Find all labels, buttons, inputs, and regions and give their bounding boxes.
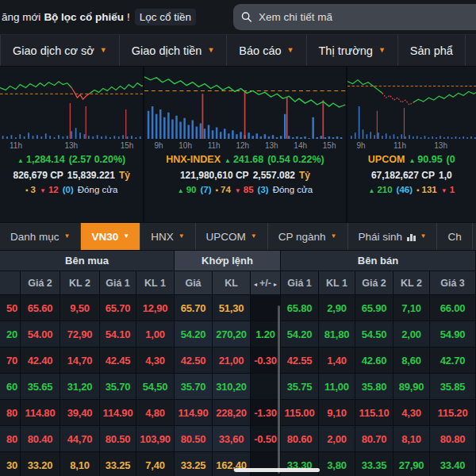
tab-phai-sinh[interactable]: Phái sinh ▼ (348, 223, 438, 250)
cell-kl2-sell[interactable]: 8,10 (393, 426, 430, 452)
cell-kl1-sell[interactable]: 9,10 (319, 400, 355, 426)
cell-gia2-sell[interactable]: 65.90 (355, 295, 393, 321)
cell-gia-khop[interactable]: 42.50 (175, 347, 213, 374)
cell-kl2-sell[interactable]: 4,30 (393, 400, 430, 426)
table-row[interactable]: 3033.208,1033.257,4033.25162,4033.303,80… (0, 452, 476, 476)
cell-gia3-sell[interactable]: 54.90 (430, 321, 476, 347)
cell-kl2-buy[interactable]: 44,70 (60, 426, 100, 452)
cell-kl2-sell[interactable]: 7,10 (393, 295, 430, 321)
table-row[interactable]: 7042.4014,7042.454,3042.5021,00-0.3042.5… (0, 347, 476, 374)
cell-gia1-buy[interactable]: 80.50 (100, 426, 136, 452)
cell-kl-khop[interactable]: 270,20 (213, 321, 251, 347)
cell-kl2-buy[interactable]: 8,10 (60, 452, 100, 476)
cell-kl1-sell[interactable]: 1,40 (319, 347, 355, 374)
cell-gia2-sell[interactable]: 115.10 (355, 400, 393, 426)
cell-gia1-buy[interactable]: 54.10 (100, 321, 136, 347)
cell-kl2-sell[interactable]: 89,90 (393, 374, 430, 400)
cell-gia1-buy[interactable]: 35.70 (100, 374, 136, 400)
tab-vn30[interactable]: VN30▼ (81, 223, 140, 250)
tab-danh-muc[interactable]: Danh mục▼ (0, 223, 81, 250)
cell-change[interactable] (251, 452, 281, 476)
cell-gia2-buy[interactable]: 114.80 (21, 400, 60, 426)
nav-item-thi-truong[interactable]: Thị trường▼ (307, 35, 398, 66)
cell-kl1-buy[interactable]: 1,00 (136, 321, 175, 347)
cell-change[interactable]: 1.20 (251, 321, 281, 347)
cell-kl1-buy[interactable]: 4,30 (136, 347, 175, 374)
nav-item-bao-cao[interactable]: Báo cáo▼ (227, 35, 306, 66)
col-header-change[interactable]: ◂+/-▸ (251, 271, 281, 295)
cell-kl-khop[interactable]: 228,20 (213, 400, 251, 426)
cell-gia-khop[interactable]: 54.20 (175, 321, 213, 347)
cell-kl-khop[interactable]: 33,60 (213, 426, 251, 452)
scroll-left-icon[interactable]: ◂ (254, 281, 257, 288)
cell-kl2-sell[interactable]: 8,60 (393, 347, 430, 374)
cell-kl2-sell[interactable]: 27,90 (393, 452, 430, 476)
cell-gia2-sell[interactable]: 54.50 (355, 321, 393, 347)
table-row[interactable]: 2054.0072,9054.101,0054.20270,201.2054.2… (0, 321, 476, 347)
cell-gia-khop[interactable]: 65.70 (175, 295, 213, 321)
cell-kl2-sell[interactable]: 2,00 (393, 321, 430, 347)
cell-gia3-sell[interactable]: 80.80 (430, 426, 476, 452)
search-input[interactable] (259, 11, 476, 23)
cell-kl-khop[interactable]: 310,20 (213, 374, 251, 400)
cell-change[interactable]: -1.30 (251, 400, 281, 426)
cell-gia1-buy[interactable]: 114.90 (100, 400, 136, 426)
cell-kl2-buy[interactable]: 31,20 (60, 374, 100, 400)
cell-kl2-buy[interactable]: 14,70 (60, 347, 100, 374)
cell-kl1-buy[interactable]: 4,80 (136, 400, 175, 426)
cell-kl1-buy[interactable]: 12,90 (136, 295, 175, 321)
cell-kl1-buy[interactable]: 54,50 (136, 374, 175, 400)
cell-gia-khop[interactable]: 35.70 (175, 374, 213, 400)
scroll-right-icon[interactable]: ▸ (274, 281, 277, 288)
cell-kl1-buy[interactable]: 103,90 (136, 426, 175, 452)
index-panel-upcom[interactable]: 9h 11h 13h UPCOM ▲90.95 (0 67,182,627 CP… (347, 67, 476, 222)
cell-gia-khop[interactable]: 114.90 (175, 400, 213, 426)
cell-gia-khop[interactable]: 80.50 (175, 426, 213, 452)
cell-kl1-sell[interactable]: 11,00 (319, 374, 355, 400)
search-box[interactable] (233, 4, 476, 30)
index-panel-hnx[interactable]: 9h 10h 11h 12h 13h 14h 15h HNX-INDEX ▲24… (144, 67, 345, 222)
tab-chung-quyen-cut[interactable]: Ch (437, 223, 472, 250)
nav-item-giao-dich-tien[interactable]: Giao dịch tiền▼ (120, 35, 228, 66)
cell-kl-khop[interactable]: 21,00 (213, 347, 251, 374)
cell-gia2-sell[interactable]: 80.70 (355, 426, 393, 452)
tab-cp-nganh[interactable]: CP ngành▼ (268, 223, 348, 250)
cell-gia3-sell[interactable]: 33.40 (430, 452, 476, 476)
cell-gia1-sell[interactable]: 80.60 (281, 426, 319, 452)
horizontal-scrollbar[interactable] (234, 468, 320, 472)
cell-kl1-sell[interactable]: 81,80 (319, 321, 355, 347)
cell-gia2-sell[interactable]: 33.35 (355, 452, 393, 476)
cell-gia-khop[interactable]: 33.25 (175, 452, 213, 476)
cell-kl2-buy[interactable]: 72,90 (60, 321, 100, 347)
cell-gia2-buy[interactable]: 42.40 (21, 347, 60, 374)
cell-change[interactable] (251, 374, 281, 400)
vertical-scrollbar[interactable] (278, 305, 280, 474)
cell-gia2-buy[interactable]: 33.20 (21, 452, 60, 476)
cell-gia3-sell[interactable]: 115.20 (430, 400, 476, 426)
cell-gia1-sell[interactable]: 65.80 (281, 295, 319, 321)
cell-gia1-buy[interactable]: 42.45 (100, 347, 136, 374)
cell-change[interactable] (251, 295, 281, 321)
table-row[interactable]: 5065.609,5065.7012,9065.7051,3065.802,90… (0, 295, 476, 321)
cell-kl-khop[interactable]: 51,30 (213, 295, 251, 321)
cell-gia1-buy[interactable]: 65.70 (100, 295, 136, 321)
cell-gia2-buy[interactable]: 35.65 (21, 374, 60, 400)
cell-gia1-sell[interactable]: 42.55 (281, 347, 319, 374)
index-panel-vnindex[interactable]: 11h 13h 15h ▲1,284.14 (2.57 0.20%) 826,6… (0, 67, 143, 222)
cell-gia1-sell[interactable]: 54.20 (281, 321, 319, 347)
nav-item-giao-dich-co-so[interactable]: Giao dịch cơ sở▼ (0, 35, 120, 66)
cell-gia1-buy[interactable]: 33.25 (100, 452, 136, 476)
cell-gia3-sell[interactable]: 42.70 (430, 347, 476, 374)
cell-gia3-sell[interactable]: 35.85 (430, 374, 476, 400)
tab-upcom[interactable]: UPCOM▼ (196, 223, 268, 250)
cell-kl2-buy[interactable]: 9,50 (60, 295, 100, 321)
cell-gia1-sell[interactable]: 33.30 (281, 452, 319, 476)
cell-gia2-buy[interactable]: 65.60 (21, 295, 60, 321)
cell-change[interactable]: -0.30 (251, 347, 281, 374)
cell-gia2-sell[interactable]: 35.80 (355, 374, 393, 400)
cell-kl2-buy[interactable]: 39,40 (60, 400, 100, 426)
cell-kl1-sell[interactable]: 2,90 (319, 295, 355, 321)
cell-gia1-sell[interactable]: 35.75 (281, 374, 319, 400)
table-row[interactable]: 6035.6531,2035.7054,5035.70310,2035.7511… (0, 374, 476, 400)
cell-change[interactable]: -0.50 (251, 426, 281, 452)
